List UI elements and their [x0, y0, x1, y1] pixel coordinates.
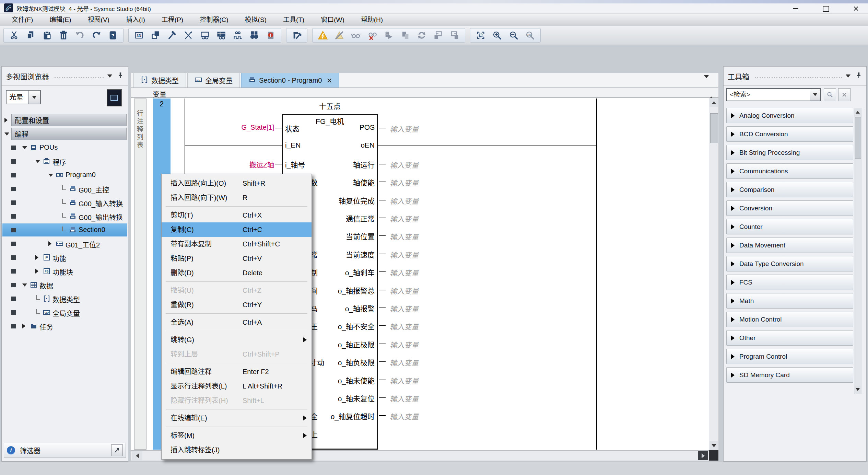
output-variable-placeholder[interactable]: 输入变量 — [390, 357, 419, 368]
context-menu-item-跳转-G-[interactable]: 跳转(G) — [162, 333, 312, 347]
toolbox-search-box[interactable]: <检索> — [726, 88, 821, 101]
toolbox-category-counter[interactable]: Counter — [726, 219, 853, 234]
output-variable-placeholder[interactable]: 输入变量 — [390, 303, 419, 314]
scroll-up-button[interactable] — [854, 108, 861, 116]
delete-button[interactable] — [58, 30, 69, 41]
input-variable-i_轴号[interactable]: 搬运Z轴 — [210, 160, 274, 170]
watch-table-button[interactable] — [216, 30, 227, 41]
panel-menu-icon[interactable] — [107, 74, 112, 78]
toolbox-category-bit-string-processing[interactable]: Bit String Processing — [726, 145, 853, 160]
context-menu-item-剪切-T-[interactable]: 剪切(T)Ctrl+X — [162, 208, 312, 222]
tree-item-G00_输出转换[interactable]: G00_输出转换 — [2, 210, 127, 223]
chevron-down-icon[interactable] — [4, 132, 9, 136]
scroll-down-button[interactable] — [709, 441, 718, 450]
output-variable-placeholder[interactable]: 输入变量 — [390, 393, 419, 404]
filter-bar[interactable]: i 筛选器 — [4, 443, 126, 458]
toolbox-category-sd-memory-card[interactable]: SD Memory Card — [726, 367, 853, 383]
context-menu-item-插入跳转标签-J-[interactable]: 插入跳转标签(J) — [162, 443, 312, 457]
output-variable-placeholder[interactable]: 输入变量 — [390, 321, 419, 332]
monitor-stop-button[interactable] — [367, 30, 378, 41]
tree-item-任务[interactable]: 任务 — [2, 320, 127, 333]
tab-数据类型[interactable]: 数据类型 — [133, 73, 186, 88]
data-trace-button[interactable] — [232, 30, 243, 41]
new-window-button[interactable] — [150, 30, 161, 41]
context-menu-item-删除-D-[interactable]: 删除(D)Delete — [162, 266, 312, 280]
monitor-button[interactable] — [350, 30, 361, 41]
toolbox-category-analog-conversion[interactable]: Analog Conversion — [726, 108, 853, 123]
tab-Section0-Program0[interactable]: Section0 - Program0 — [241, 73, 339, 88]
context-menu-item-在线编辑-E-[interactable]: 在线编辑(E) — [162, 411, 312, 425]
vertical-scroll-thumb[interactable] — [710, 113, 718, 143]
undo-button[interactable] — [74, 30, 85, 41]
scroll-left-button[interactable] — [132, 451, 142, 460]
menu-item-window[interactable]: 窗口(W) — [313, 14, 353, 26]
context-menu-item-重做-R-[interactable]: 重做(R)Ctrl+Y — [162, 298, 312, 312]
menu-item-insert[interactable]: 插入(I) — [118, 14, 153, 26]
output-variable-placeholder[interactable]: 输入变量 — [390, 231, 419, 242]
tree-item-数据[interactable]: 数据 — [2, 278, 127, 291]
chevron-right-icon[interactable] — [35, 269, 38, 274]
tree-item-G00_输入转换[interactable]: G00_输入转换 — [2, 196, 127, 209]
pin-icon[interactable] — [855, 72, 862, 80]
menu-item-simulation[interactable]: 模拟(S) — [237, 14, 275, 26]
tree-item-程序[interactable]: 程序 — [2, 155, 127, 168]
context-menu-item-编辑回路注释[interactable]: 编辑回路注释Enter F2 — [162, 364, 312, 379]
troubleshoot-button[interactable]: ! — [265, 30, 276, 41]
tab-list-dropdown[interactable] — [704, 78, 709, 84]
toolbox-category-program-control[interactable]: Program Control — [726, 349, 853, 364]
synchronize-button[interactable] — [416, 30, 427, 41]
tree-item-数据类型[interactable]: 数据类型 — [2, 292, 127, 305]
toolbox-category-math[interactable]: Math — [726, 293, 853, 309]
close-button[interactable] — [851, 4, 861, 13]
copy-button[interactable] — [25, 30, 36, 41]
scroll-up-button[interactable] — [709, 98, 718, 107]
go-online-button[interactable] — [317, 30, 328, 41]
toolbox-category-other[interactable]: Other — [726, 330, 853, 346]
tree-item-功能块[interactable]: FB功能块 — [2, 265, 127, 278]
toolbox-category-data-movement[interactable]: Data Movement — [726, 238, 853, 253]
tree-item-POUs[interactable]: POUs — [2, 141, 127, 154]
tree-item-G01_工位2[interactable]: G01_工位2 — [2, 237, 127, 250]
toolbox-category-data-type-conversion[interactable]: Data Type Conversion — [726, 256, 853, 271]
search-dropdown-button[interactable] — [810, 89, 820, 101]
transfer-button[interactable] — [400, 30, 411, 41]
menu-item-edit[interactable]: 编辑(E) — [41, 14, 79, 26]
editor-vertical-scrollbar[interactable] — [709, 98, 718, 450]
pin-icon[interactable] — [117, 72, 124, 80]
device-dropdown-button[interactable] — [28, 91, 40, 104]
toolbox-scrollbar[interactable] — [854, 108, 862, 394]
chevron-right-icon[interactable] — [22, 324, 25, 328]
tab-全局变量[interactable]: var全局变量 — [187, 73, 240, 88]
tree-item-Program0[interactable]: Program0 — [2, 169, 127, 182]
fb-output-pin-POS[interactable]: POS — [282, 123, 375, 131]
tree-header-config[interactable]: 配置和设置 — [2, 114, 127, 127]
output-variable-placeholder[interactable]: 输入变量 — [390, 160, 419, 170]
edit-mode-button[interactable] — [291, 30, 302, 41]
output-variable-placeholder[interactable]: 输入变量 — [390, 411, 419, 421]
redo-button[interactable] — [91, 30, 102, 41]
output-variable-placeholder[interactable]: 输入变量 — [390, 267, 419, 278]
context-menu-item-粘贴-P-[interactable]: 粘贴(P)Ctrl+V — [162, 251, 312, 266]
context-menu-item-插入回路-向下-W-[interactable]: 插入回路(向下)(W)R — [162, 190, 312, 205]
context-menu-item-复制-C-[interactable]: 复制(C)Ctrl+C — [162, 222, 312, 237]
context-menu-item-隐藏行注释列表-H-[interactable]: 隐藏行注释列表(H)Shift+L — [162, 393, 312, 408]
chevron-down-icon[interactable] — [22, 283, 27, 287]
toolbox-category-communications[interactable]: Communications — [726, 163, 853, 179]
zoom-in-button[interactable] — [492, 30, 503, 41]
toolbox-scroll-thumb[interactable] — [855, 117, 861, 159]
toolbox-category-conversion[interactable]: Conversion — [726, 200, 853, 216]
collapse-variables-button[interactable] — [709, 91, 714, 97]
chevron-right-icon[interactable] — [4, 118, 8, 123]
watch-window-button[interactable] — [199, 30, 210, 41]
output-variable-placeholder[interactable]: 输入变量 — [390, 124, 419, 134]
build-button[interactable] — [166, 30, 177, 41]
zoom-actual-button[interactable]: 100 — [525, 30, 536, 41]
context-menu-item-撤销-U-[interactable]: 撤销(U)Ctrl+Z — [162, 283, 312, 298]
zoom-out-button[interactable] — [508, 30, 519, 41]
scroll-down-button[interactable] — [854, 386, 861, 393]
output-variable-placeholder[interactable]: 输入变量 — [390, 213, 419, 224]
search-button[interactable] — [824, 88, 836, 101]
tree-header-programming[interactable]: 编程 — [2, 127, 127, 140]
menu-item-view[interactable]: 视图(V) — [80, 14, 118, 26]
minimize-button[interactable] — [790, 4, 801, 13]
